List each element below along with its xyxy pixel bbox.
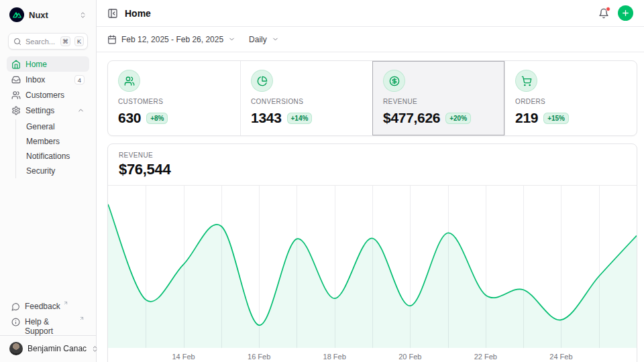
- x-axis-label: 24 Feb: [549, 353, 572, 361]
- sidebar-item-inbox[interactable]: Inbox 4: [7, 72, 89, 87]
- dashboard-content: CUSTOMERS 630 +8% CONVERSIONS 1343 +14%: [97, 52, 644, 362]
- search-input[interactable]: Search... ⌘ K: [8, 33, 88, 50]
- message-circle-icon: [11, 302, 20, 311]
- kbd-k: K: [74, 36, 84, 46]
- users-icon: [118, 70, 140, 92]
- page-title: Home: [125, 8, 151, 19]
- stat-label: CUSTOMERS: [118, 98, 230, 105]
- home-icon: [11, 60, 21, 69]
- settings-gear-icon: [11, 106, 21, 115]
- revenue-area-chart: [108, 186, 637, 348]
- stat-card-orders[interactable]: ORDERS 219 +15%: [504, 61, 637, 135]
- stat-label: REVENUE: [383, 98, 494, 105]
- stat-delta-badge: +14%: [287, 113, 313, 124]
- sidebar-item-members[interactable]: Members: [16, 134, 89, 149]
- inbox-count-badge: 4: [74, 75, 85, 84]
- chevrons-up-down-icon: [79, 11, 87, 19]
- filter-toolbar: Feb 12, 2025 - Feb 26, 2025 Daily: [97, 27, 644, 52]
- sidebar-item-security[interactable]: Security: [16, 164, 89, 178]
- stat-value: 219: [515, 110, 538, 126]
- sidebar: Nuxt Search... ⌘ K Home Inbox 4: [0, 0, 97, 362]
- sidebar-item-general[interactable]: General: [16, 119, 89, 134]
- chart-header: REVENUE $76,544: [108, 144, 637, 186]
- team-name: Nuxt: [29, 10, 48, 20]
- shopping-cart-icon: [515, 70, 537, 92]
- interval-label: Daily: [249, 35, 267, 44]
- main-area: Home Feb 12, 2025 - Feb 26, 2025: [97, 0, 644, 362]
- chevrons-up-down-icon: [91, 345, 99, 353]
- sidebar-footer: Feedback Help & Support Benjamin Canac: [7, 300, 89, 357]
- add-button[interactable]: [618, 5, 633, 21]
- help-support-link[interactable]: Help & Support: [7, 315, 89, 330]
- info-circle-icon: [11, 318, 20, 326]
- chart-metric-value: $76,544: [119, 161, 626, 178]
- stat-label: ORDERS: [515, 98, 627, 105]
- stat-card-revenue[interactable]: REVENUE $477,626 +20%: [372, 61, 504, 135]
- interval-select[interactable]: Daily: [249, 35, 279, 44]
- date-range-picker[interactable]: Feb 12, 2025 - Feb 26, 2025: [107, 35, 235, 44]
- sidebar-item-customers[interactable]: Customers: [7, 87, 89, 103]
- help-support-label: Help & Support: [25, 317, 76, 336]
- chart-x-axis: 14 Feb16 Feb18 Feb20 Feb22 Feb24 Feb: [108, 348, 637, 362]
- sidebar-item-label: Settings: [25, 106, 54, 115]
- sidebar-item-label: Inbox: [25, 75, 45, 84]
- stats-group: CUSTOMERS 630 +8% CONVERSIONS 1343 +14%: [107, 60, 637, 136]
- stat-delta-badge: +8%: [146, 113, 168, 124]
- external-link-icon: [63, 300, 68, 306]
- stat-value: $477,626: [383, 110, 440, 126]
- nuxt-logo-icon: [9, 7, 24, 22]
- chevron-down-icon: [272, 36, 279, 43]
- search-placeholder: Search...: [25, 38, 56, 46]
- header-actions: [598, 5, 633, 21]
- kbd-cmd: ⌘: [60, 36, 70, 46]
- notification-dot: [606, 7, 610, 11]
- sidebar-item-home[interactable]: Home: [7, 56, 89, 72]
- team-switcher[interactable]: Nuxt: [7, 7, 89, 23]
- feedback-label: Feedback: [25, 302, 60, 311]
- chevron-down-icon: [228, 36, 235, 43]
- panel-left-close-icon: [107, 8, 118, 19]
- x-axis-label: 22 Feb: [474, 353, 497, 361]
- collapse-sidebar-button[interactable]: [107, 8, 118, 19]
- x-axis-label: 14 Feb: [172, 353, 195, 361]
- stat-value: 630: [118, 110, 141, 126]
- sidebar-item-label: Home: [25, 60, 47, 69]
- x-axis-label: 20 Feb: [398, 353, 421, 361]
- sidebar-item-settings[interactable]: Settings: [7, 103, 89, 118]
- x-axis-label: 16 Feb: [248, 353, 270, 361]
- search-icon: [13, 38, 21, 46]
- inbox-icon: [11, 75, 21, 84]
- settings-subnav: General Members Notifications Security: [15, 119, 89, 178]
- users-icon: [11, 90, 21, 100]
- sidebar-item-notifications[interactable]: Notifications: [16, 149, 89, 164]
- stat-value: 1343: [251, 110, 282, 126]
- calendar-icon: [107, 35, 117, 44]
- stat-card-customers[interactable]: CUSTOMERS 630 +8%: [108, 61, 240, 135]
- sidebar-item-label: Customers: [25, 90, 64, 100]
- stat-delta-badge: +15%: [543, 113, 569, 124]
- x-axis-label: 18 Feb: [323, 353, 346, 361]
- revenue-chart-card: REVENUE $76,544 14 Feb16 Feb18 Feb20 Feb…: [107, 143, 637, 362]
- sidebar-nav: Home Inbox 4 Customers Settings Ge: [7, 56, 89, 180]
- top-header: Home: [97, 0, 644, 27]
- chart-metric-label: REVENUE: [119, 152, 626, 159]
- user-menu[interactable]: Benjamin Canac: [7, 336, 89, 357]
- feedback-link[interactable]: Feedback: [7, 300, 89, 315]
- pie-chart-icon: [251, 70, 273, 92]
- plus-icon: [621, 9, 630, 17]
- stat-delta-badge: +20%: [445, 113, 471, 124]
- chevron-up-icon: [77, 107, 85, 114]
- avatar: [9, 342, 23, 355]
- stat-card-conversions[interactable]: CONVERSIONS 1343 +14%: [240, 61, 372, 135]
- notifications-button[interactable]: [598, 8, 609, 19]
- stat-label: CONVERSIONS: [251, 98, 362, 105]
- circle-dollar-icon: [383, 70, 405, 92]
- date-range-label: Feb 12, 2025 - Feb 26, 2025: [121, 35, 223, 44]
- user-name: Benjamin Canac: [28, 344, 87, 353]
- external-link-icon: [79, 316, 85, 321]
- revenue-chart-plot[interactable]: [108, 186, 637, 348]
